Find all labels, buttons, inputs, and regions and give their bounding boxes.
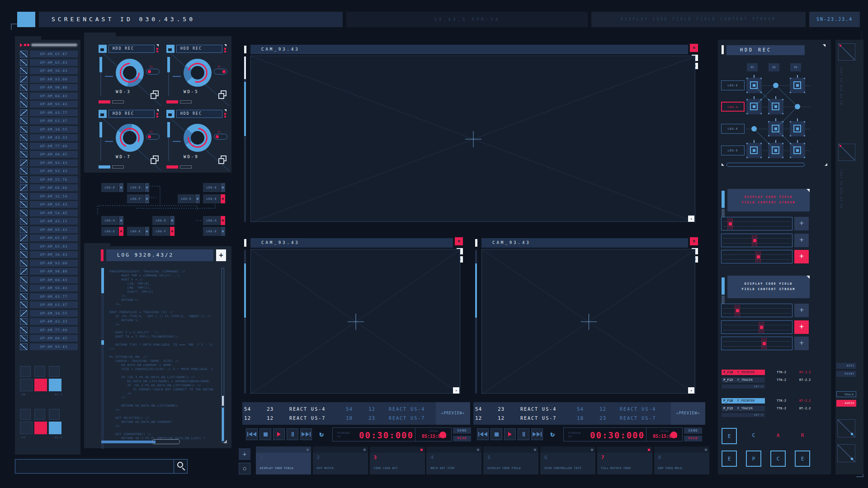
knob-vslider-thumb[interactable] (99, 57, 102, 72)
slash-icon[interactable] (20, 67, 28, 74)
key-button-c[interactable]: C (770, 450, 786, 467)
slash-icon[interactable] (20, 301, 28, 308)
slash-icon[interactable] (20, 343, 28, 350)
stream-slider-track[interactable] (721, 234, 793, 247)
sl-toggle[interactable] (214, 69, 227, 75)
slash-icon[interactable] (20, 235, 28, 241)
list-item[interactable]: OP-AM_65.43 (20, 59, 79, 66)
list-item[interactable]: OP-AM_04.43 (20, 277, 79, 283)
layout-toggle-button[interactable]: ▢ (239, 463, 250, 474)
list-item[interactable]: OP-AM_43.33 (20, 134, 79, 141)
knob-vslider-thumb[interactable] (167, 122, 170, 137)
tab-display-code-field[interactable]: 5DISPLAY CODE FIELD (483, 446, 538, 474)
slash-icon[interactable] (20, 109, 28, 116)
key-button-r[interactable]: R (795, 428, 810, 444)
slider-add-button[interactable]: + (794, 320, 809, 334)
list-item[interactable]: OP-AM_34.43 (20, 251, 79, 258)
list-item[interactable]: OP-AM_93.43 (20, 226, 79, 233)
read-button[interactable]: READ (684, 436, 702, 441)
log-node[interactable]: LOG-F (127, 194, 149, 203)
transport-play-button[interactable] (504, 428, 516, 440)
slash-icon[interactable] (20, 76, 28, 83)
slash-icon[interactable] (20, 184, 28, 191)
slash-icon[interactable] (20, 218, 28, 225)
log-node-connector[interactable] (221, 216, 225, 225)
camera-close-button[interactable]: × (690, 237, 698, 245)
camera-scrollbar[interactable] (244, 250, 246, 394)
slider-add-button[interactable]: + (794, 337, 809, 350)
matrix-node[interactable] (790, 78, 805, 93)
slash-icon[interactable] (20, 243, 28, 250)
transport-fwd-button[interactable] (300, 428, 312, 440)
send-button[interactable]: SEND (453, 427, 471, 434)
tab-fill-matrix-code[interactable]: 7FILL MATRIX CODE (597, 446, 652, 474)
stream-slider-track[interactable] (721, 217, 793, 230)
swatch-small[interactable] (20, 409, 31, 420)
slash-icon[interactable] (20, 260, 28, 267)
log-node-connector[interactable] (145, 227, 149, 236)
log-node[interactable]: LOG-A (101, 216, 123, 225)
slider-add-button[interactable]: + (794, 250, 809, 263)
search-input[interactable] (18, 460, 167, 472)
slider-handle[interactable] (760, 326, 763, 329)
diagonal-graph-icon[interactable] (837, 419, 855, 437)
swatch-large-red[interactable] (34, 422, 47, 434)
list-item[interactable]: OP-AM_43.77 (20, 293, 79, 300)
slash-icon[interactable] (20, 226, 28, 233)
list-item[interactable]: OP-AM_63.47 (20, 117, 79, 124)
matrix-node[interactable] (746, 99, 762, 114)
list-item[interactable]: OP-AM_34.55 (20, 126, 79, 133)
slash-icon[interactable] (20, 268, 28, 275)
log-node-connector[interactable] (119, 216, 123, 225)
swatch-large-dark[interactable] (20, 422, 33, 434)
list-item[interactable]: OP-AM_93.43 (20, 101, 79, 108)
list-item[interactable]: OP-AM_65.87 (20, 235, 79, 241)
swatch-large-blue[interactable] (49, 379, 61, 391)
log-node-connector[interactable] (145, 194, 149, 203)
log-node[interactable]: LOG-E (152, 216, 175, 225)
swatch-large-blue[interactable] (49, 422, 61, 434)
list-item[interactable]: OP-AM_43.11 (20, 218, 79, 225)
matrix-row-label[interactable]: LOG-E (721, 145, 745, 155)
key-button-e[interactable]: E (795, 450, 810, 467)
add-tab-button[interactable]: + (239, 448, 250, 460)
knob-vslider-thumb[interactable] (99, 122, 102, 137)
preview-button[interactable]: =PREVIEW= (436, 402, 470, 425)
matrix-node[interactable] (790, 143, 805, 158)
matrix-node[interactable] (746, 143, 762, 158)
log-node[interactable]: LOG-A (203, 216, 225, 225)
tab-rfp-match[interactable]: 2RFP MATCH (313, 446, 368, 474)
log-node[interactable]: LOG-E (203, 227, 225, 236)
swatch-small[interactable] (34, 366, 45, 377)
list-item[interactable]: OP-AM_34.43 (20, 67, 79, 74)
slash-icon[interactable] (20, 51, 28, 57)
preview-button[interactable]: =PREVIEW= (671, 402, 705, 425)
list-item[interactable]: OP-AM_93.43 (20, 160, 79, 166)
slider-handle[interactable] (757, 255, 760, 258)
log-node-connector[interactable] (195, 194, 200, 203)
camera-viewport[interactable] (250, 56, 695, 222)
slash-icon[interactable] (20, 327, 28, 333)
slash-icon[interactable] (20, 335, 28, 342)
key-button-e[interactable]: E (722, 450, 737, 467)
transport-fwd-button[interactable] (531, 428, 543, 440)
slider-handle[interactable] (736, 309, 739, 312)
key-button-a[interactable]: A (770, 428, 786, 444)
matrix-dot[interactable] (751, 126, 757, 131)
camera-scroll-up-button[interactable]: ▴ (688, 216, 694, 222)
log-node-connector[interactable] (221, 183, 225, 192)
matrix-node[interactable] (746, 78, 762, 93)
log-node[interactable]: LOG-E (178, 194, 200, 203)
camera-scrollbar[interactable] (475, 250, 477, 394)
matrix-node[interactable] (768, 99, 783, 114)
list-item[interactable]: OP-AM_93.43 (20, 201, 79, 208)
camera-close-button[interactable]: × (455, 237, 463, 245)
matrix-row-label[interactable]: LOG-E (721, 124, 745, 134)
key-button-c[interactable]: C (746, 428, 761, 444)
slash-icon[interactable] (20, 93, 28, 99)
key-button-p[interactable]: P (746, 450, 761, 467)
track-button[interactable]: TRACK (836, 391, 856, 397)
list-item[interactable]: OP-AM_77.09 (20, 327, 79, 333)
slash-icon[interactable] (20, 251, 28, 258)
tab-dop-freq-meld[interactable]: 8DOP FREQ MELD (654, 446, 709, 474)
